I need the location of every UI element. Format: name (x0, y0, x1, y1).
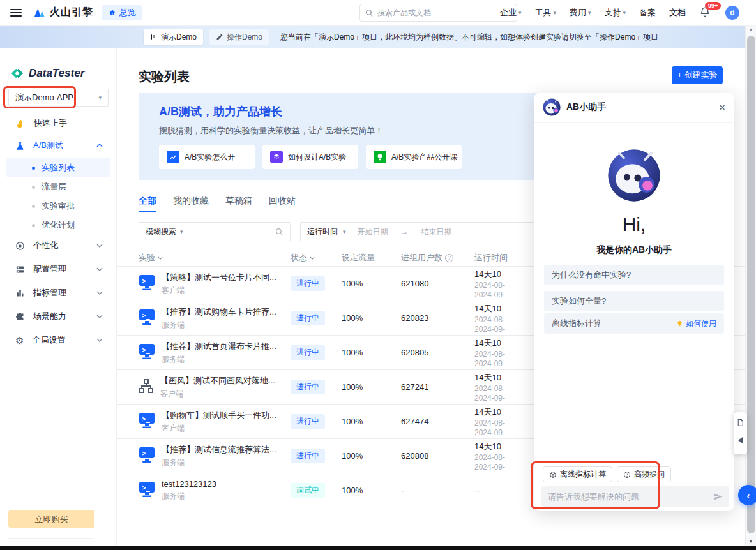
promo-link-how-to-start[interactable]: A/B实验怎么开 (159, 145, 255, 169)
users-count-value: 620823 (401, 313, 474, 323)
topnav-menu-item[interactable]: 工具▾ (534, 7, 556, 19)
tab-drafts[interactable]: 草稿箱 (225, 193, 252, 212)
experiment-name-cell[interactable]: >_【策略】测试一号位卡片不同...客户端 (139, 272, 291, 296)
how-to-use-label: 如何使用 (686, 318, 716, 329)
send-icon[interactable] (713, 492, 723, 502)
users-count-value: 621080 (401, 279, 474, 288)
suggestion-offline-metric[interactable]: 离线指标计算 如何使用 (544, 313, 724, 334)
question-circle-icon[interactable]: ? (445, 254, 453, 262)
buy-now-button[interactable]: 立即购买 (8, 510, 94, 528)
experiment-search-input[interactable] (187, 227, 271, 236)
experiment-name-cell[interactable]: >_【推荐】测试购物车卡片推荐...服务端 (139, 306, 291, 331)
hamburger-menu-icon[interactable] (10, 9, 22, 17)
window-bottom-edge (0, 546, 756, 550)
time-field-select[interactable]: 运行时间 (307, 227, 338, 237)
sidebar-item-scene-capability[interactable]: 场景能力 (0, 307, 117, 326)
search-type-select[interactable]: 模糊搜索 (146, 227, 176, 237)
project-selector[interactable]: 演示Demo-APP ▾ (8, 89, 109, 107)
global-search-input[interactable] (377, 8, 511, 17)
experiment-name[interactable]: 【策略】测试一号位卡片不同... (162, 272, 276, 283)
environment-banner: 演示Demo 操作Demo 您当前在「演示Demo」项目，此环境均为样例数据、不… (0, 26, 745, 48)
experiment-endpoint: 服务端 (162, 491, 216, 502)
experiment-name[interactable]: 【画风】测试不同画风对落地... (160, 375, 275, 387)
sidebar-item-config-management[interactable]: 配置管理 (0, 260, 117, 279)
tab-favorites[interactable]: 我的收藏 (173, 193, 209, 212)
experiment-name-cell[interactable]: >_【推荐】测试信息流推荐算法...服务端 (139, 444, 291, 468)
experiment-name[interactable]: test123123123 (162, 479, 216, 489)
suggestion-why-no-hit[interactable]: 为什么没有命中实验? (544, 265, 724, 285)
sidebar-item-personalization[interactable]: 个性化 (0, 236, 117, 255)
experiment-name[interactable]: 【购物车】测试顺手买一件功... (162, 410, 276, 421)
promo-link-open-course[interactable]: A/B实验产品公开课 (366, 145, 462, 169)
experiment-name-cell[interactable]: >_【推荐】测试首页瀑布卡片推...服务端 (139, 341, 291, 365)
datatester-logo[interactable]: DataTester (10, 66, 84, 80)
topnav-menu-item[interactable]: 文档 (669, 7, 686, 19)
sidebar-item-ab-test[interactable]: A/B测试 (0, 136, 117, 155)
topnav-menu-label: 文档 (669, 7, 686, 19)
collapse-left-icon[interactable] (738, 437, 743, 443)
status-badge: 进行中 (291, 414, 325, 429)
users-count-value: 627474 (401, 417, 474, 426)
promo-link-how-to-design[interactable]: 如何设计A/B实验 (262, 145, 358, 169)
scrollbar-thumb[interactable] (747, 36, 755, 533)
floating-side-widget[interactable] (734, 412, 747, 454)
sidebar-item-label: 实验列表 (42, 162, 75, 174)
vertical-scrollbar[interactable]: ▲ ▼ (745, 26, 756, 546)
column-header-status[interactable]: 状态 (291, 252, 342, 264)
sidebar-item-experiment-approval[interactable]: 实验审批 (0, 197, 117, 216)
sidebar-item-traffic-layer[interactable]: 流量层 (0, 177, 117, 197)
global-search-box[interactable] (359, 4, 517, 22)
project-selector-value: 演示Demo-APP (15, 92, 73, 103)
faq-chip[interactable]: 高频提问 (617, 466, 671, 482)
start-date-input[interactable]: 开始日期 (358, 227, 388, 237)
sidebar-item-global-settings[interactable]: ⚙ 全局设置 (0, 331, 117, 350)
topnav-menu-item[interactable]: 费用▾ (570, 7, 591, 19)
notification-bell-icon[interactable]: 99+ (699, 6, 712, 19)
document-export-icon[interactable] (736, 419, 745, 427)
run-time-range-picker[interactable]: 运行时间 ▾ 开始日期 → 结束日期 (300, 222, 538, 241)
assistant-title: AB小助手 (566, 101, 713, 113)
sidebar-item-metric-management[interactable]: 指标管理 (0, 283, 117, 302)
terminal-experiment-icon: >_ (139, 308, 155, 325)
topnav-menu-item[interactable]: 备案 (639, 7, 656, 19)
how-to-use-link[interactable]: 如何使用 (676, 318, 716, 329)
terminal-experiment-icon: >_ (139, 480, 155, 498)
end-date-input[interactable]: 结束日期 (421, 227, 452, 237)
topnav-menu-item[interactable]: 企业▾ (500, 7, 522, 19)
overview-nav-chip[interactable]: 总览 (102, 5, 142, 20)
topnav-menu-item[interactable]: 支持▾ (604, 7, 626, 19)
close-icon[interactable]: × (719, 102, 725, 113)
lightbulb-icon (374, 151, 386, 163)
volcano-engine-logo[interactable]: 火山引擎 (33, 6, 93, 19)
experiment-name-cell[interactable]: 【画风】测试不同画风对落地...客户端 (139, 375, 291, 399)
status-badge: 进行中 (291, 449, 325, 463)
sidebar-item-optimization-plan[interactable]: 优化计划 (0, 216, 117, 235)
experiment-endpoint: 服务端 (162, 457, 276, 468)
assistant-question-input[interactable] (548, 492, 708, 502)
fuzzy-search-box[interactable]: 模糊搜索 ▾ (139, 222, 291, 241)
experiment-name-cell[interactable]: >_【购物车】测试顺手买一件功...客户端 (139, 410, 291, 434)
sidebar-item-label: 个性化 (33, 240, 58, 251)
experiment-name[interactable]: 【推荐】测试信息流推荐算法... (162, 444, 276, 456)
experiment-name[interactable]: 【推荐】测试首页瀑布卡片推... (162, 341, 276, 352)
experiment-name-cell[interactable]: >_test123123123服务端 (139, 479, 291, 502)
offline-metric-chip[interactable]: 离线指标计算 (543, 466, 612, 482)
experiment-name[interactable]: 【推荐】测试购物车卡片推荐... (162, 306, 276, 318)
tab-recycle-bin[interactable]: 回收站 (269, 193, 296, 212)
create-experiment-button[interactable]: + 创建实验 (672, 66, 723, 84)
assistant-collapse-button[interactable]: ‹ (738, 485, 756, 505)
operate-project-button[interactable]: 操作Demo (209, 29, 269, 45)
sidebar-item-experiment-list[interactable]: 实验列表 (6, 158, 110, 177)
user-avatar[interactable]: d (725, 6, 739, 20)
users-count-value: - (401, 486, 474, 495)
column-header-experiment[interactable]: 实验 (139, 252, 291, 264)
topnav-right-menus: 企业▾工具▾费用▾支持▾备案文档 99+ d (500, 0, 739, 26)
scroll-down-arrow[interactable]: ▼ (746, 539, 756, 544)
scroll-up-arrow[interactable]: ▲ (746, 26, 756, 34)
demo-project-button[interactable]: 演示Demo (144, 29, 203, 45)
tab-all[interactable]: 全部 (139, 193, 156, 212)
assistant-input-box[interactable] (541, 486, 729, 507)
suggestion-full-rollout[interactable]: 实验如何全量? (544, 291, 724, 311)
sidebar-item-quick-start[interactable]: 快速上手 (0, 114, 117, 133)
assistant-quick-actions: 离线指标计算 高频提问 (543, 466, 671, 482)
